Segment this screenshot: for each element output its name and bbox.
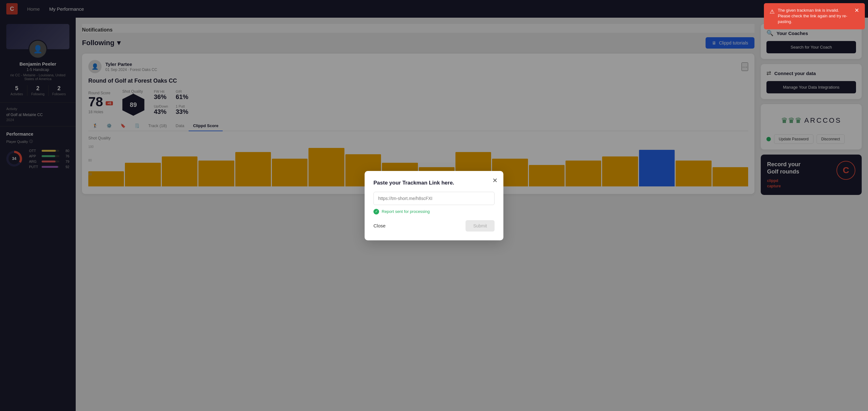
modal-overlay[interactable]: Paste your Trackman Link here. ✕ ✓ Repor… [0,0,868,411]
modal-footer: Close Submit [373,220,495,231]
error-text: The given trackman link is invalid. Plea… [778,7,851,25]
success-check-icon: ✓ [373,209,379,215]
warning-icon: ⚠ [770,8,775,16]
trackman-modal: Paste your Trackman Link here. ✕ ✓ Repor… [365,171,503,240]
error-close-button[interactable]: ✕ [855,7,859,13]
modal-close-x-button[interactable]: ✕ [492,177,498,184]
trackman-link-input[interactable] [373,192,495,205]
modal-submit-button[interactable]: Submit [466,220,495,231]
error-banner: ⚠ The given trackman link is invalid. Pl… [764,3,865,29]
success-text: Report sent for processing [382,209,430,214]
modal-title: Paste your Trackman Link here. [373,180,495,186]
modal-success-message: ✓ Report sent for processing [373,209,495,215]
modal-close-button[interactable]: Close [373,223,385,228]
